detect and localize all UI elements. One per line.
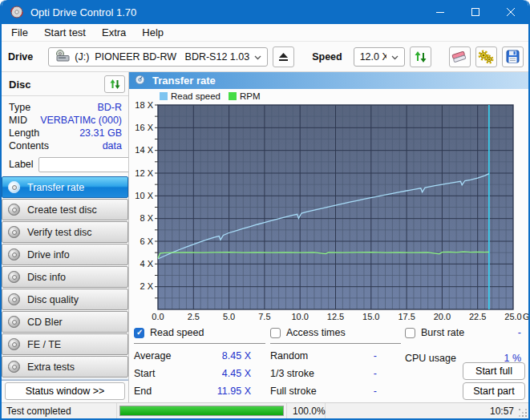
disc-row-length: Length23.31 GB <box>9 127 122 139</box>
transfer-rate-chart: 2 X4 X6 X8 X10 X12 X14 X16 X18 X0.02.55.… <box>129 89 528 323</box>
sidebar-item-transfer-rate[interactable]: Transfer rate <box>2 176 128 198</box>
burst-rate-value: - <box>518 327 525 338</box>
svg-text:5.0: 5.0 <box>223 312 235 321</box>
sidebar: Transfer rate Create test disc Verify te… <box>2 176 128 378</box>
read-speed-section: Read speed Average8.45 X Start4.45 X End… <box>134 327 265 397</box>
cpu-usage-label: CPU usage <box>405 353 456 364</box>
drive-select[interactable]: (J:) PIONEER BD-RW BDR-S12 1.03 <box>48 47 268 67</box>
sidebar-filler <box>2 378 128 381</box>
average-value: 8.45 X <box>222 350 251 361</box>
status-text: Test completed <box>2 403 117 418</box>
svg-text:2 X: 2 X <box>140 281 153 291</box>
save-button[interactable] <box>502 46 524 67</box>
elapsed-time: 10:57 <box>326 403 528 418</box>
disc-row-label: Type <box>9 101 30 114</box>
sidebar-item-drive-info[interactable]: Drive info <box>2 244 128 265</box>
disc-row-mid: MIDVERBATIMc (000) <box>9 114 122 127</box>
disc-row-type: TypeBD-R <box>9 101 122 114</box>
disc-label-caption: Label <box>9 159 34 170</box>
burst-rate-checkbox[interactable] <box>405 328 415 338</box>
speed-label: Speed <box>312 51 342 63</box>
main-area: Disc TypeBD-R MIDVERBATIMc (000) Length2… <box>2 72 528 402</box>
close-button[interactable] <box>493 0 528 24</box>
full-stroke-value: - <box>374 386 377 397</box>
sidebar-item-extra-tests[interactable]: Extra tests <box>2 356 128 378</box>
progress-section <box>117 403 287 418</box>
progress-bar <box>119 406 284 416</box>
title-bar: Opti Drive Control 1.70 <box>2 0 528 24</box>
disc-icon <box>8 338 20 350</box>
sidebar-item-verify-test-disc[interactable]: Verify test disc <box>2 221 128 243</box>
eject-button[interactable] <box>273 46 294 67</box>
start-part-button[interactable]: Start part <box>463 382 525 400</box>
sidebar-item-disc-info[interactable]: Disc info <box>2 266 128 288</box>
access-times-checkbox[interactable] <box>270 328 281 338</box>
read-speed-label: Read speed <box>150 327 204 338</box>
drive-icon <box>55 50 70 64</box>
disc-panel-title: Disc <box>9 79 104 91</box>
menu-file[interactable]: File <box>3 25 36 40</box>
speed-select[interactable]: 12.0 X <box>354 47 405 67</box>
svg-text:22.5: 22.5 <box>469 312 486 321</box>
drive-value: (J:) PIONEER BD-RW BDR-S12 1.03 <box>75 51 249 63</box>
disc-row-value: 23.31 GB <box>79 127 122 139</box>
erase-disc-button[interactable] <box>449 46 471 67</box>
disc-icon <box>8 204 20 216</box>
svg-text:16 X: 16 X <box>135 123 153 132</box>
svg-text:17.5: 17.5 <box>398 312 415 321</box>
svg-text:12 X: 12 X <box>135 168 153 178</box>
resize-grip[interactable] <box>519 409 527 417</box>
minimize-button[interactable] <box>423 0 458 24</box>
disc-icon <box>8 271 20 283</box>
sidebar-item-fe-te[interactable]: FE / TE <box>2 333 128 355</box>
svg-text:20.0: 20.0 <box>434 312 451 321</box>
settings-gears-button[interactable] <box>475 46 497 67</box>
svg-text:Read speed: Read speed <box>171 91 220 101</box>
maximize-button[interactable] <box>458 0 493 24</box>
panel-disc-icon <box>135 75 145 87</box>
speed-value: 12.0 X <box>360 51 386 63</box>
status-bar: Test completed 100.0% 10:57 <box>2 402 528 418</box>
menu-extra[interactable]: Extra <box>94 25 134 40</box>
disc-icon <box>8 248 20 260</box>
menu-start-test[interactable]: Start test <box>36 25 94 40</box>
chevron-down-icon <box>391 51 399 63</box>
status-window-button[interactable]: Status window >> <box>5 382 125 400</box>
sidebar-item-create-test-disc[interactable]: Create test disc <box>2 199 128 220</box>
window-title: Opti Drive Control 1.70 <box>30 6 136 18</box>
svg-text:18 X: 18 X <box>135 100 153 110</box>
svg-text:2.5: 2.5 <box>188 312 200 321</box>
end-value: 11.95 X <box>217 386 251 397</box>
disc-row-value: data <box>103 139 122 152</box>
disc-icon <box>8 361 20 373</box>
burst-rate-section: Burst rate - CPU usage 1 % Start full St… <box>405 327 525 401</box>
svg-text:25.0: 25.0 <box>504 312 521 321</box>
disc-row-contents: Contentsdata <box>9 139 122 152</box>
access-times-label: Access times <box>286 327 346 338</box>
access-times-section: Access times Random- 1/3 stroke- Full st… <box>270 327 401 397</box>
sidebar-item-disc-quality[interactable]: Disc quality <box>2 289 128 310</box>
refresh-speeds-button[interactable] <box>410 46 431 67</box>
svg-text:GB: GB <box>523 312 528 321</box>
disc-panel: Disc TypeBD-R MIDVERBATIMc (000) Length2… <box>2 72 128 173</box>
drive-label: Drive <box>8 51 33 63</box>
svg-text:0.0: 0.0 <box>152 312 164 321</box>
start-value: 4.45 X <box>222 368 251 379</box>
svg-text:10.0: 10.0 <box>291 312 308 321</box>
sidebar-item-cd-bler[interactable]: CD Bler <box>2 311 128 333</box>
start-full-button[interactable]: Start full <box>463 362 525 380</box>
refresh-disc-button[interactable] <box>104 75 125 93</box>
read-speed-checkbox[interactable] <box>134 328 144 338</box>
chevron-down-icon <box>254 51 261 63</box>
disc-icon <box>8 226 20 238</box>
disc-row-value: BD-R <box>97 101 122 114</box>
svg-text:10 X: 10 X <box>135 191 153 200</box>
svg-text:7.5: 7.5 <box>258 312 270 321</box>
svg-text:12.5: 12.5 <box>327 312 344 321</box>
svg-text:4 X: 4 X <box>140 259 153 269</box>
menu-help[interactable]: Help <box>134 25 172 40</box>
toolbar: Drive (J:) PIONEER BD-RW BDR-S12 1.03 Sp… <box>2 42 528 72</box>
results-panel: Read speed Average8.45 X Start4.45 X End… <box>129 323 528 402</box>
svg-text:14 X: 14 X <box>135 145 153 155</box>
disc-row-label: Length <box>9 127 39 139</box>
